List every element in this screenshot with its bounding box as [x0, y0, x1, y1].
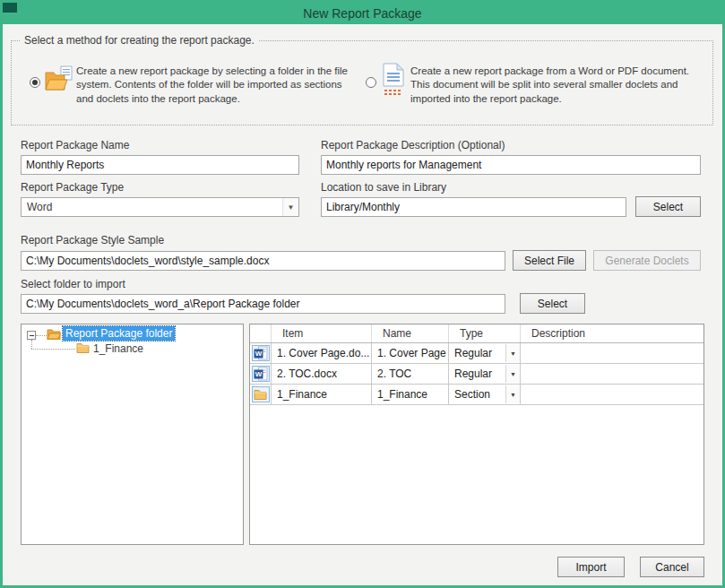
table-row[interactable]: W 1. Cover Page.do... 1. Cover Page Regu…	[250, 343, 703, 364]
name-cell: 1. Cover Page	[372, 343, 449, 363]
folder-import-icon	[44, 64, 74, 99]
type-value: Regular	[454, 347, 492, 359]
radio-document-method[interactable]	[366, 77, 376, 88]
report-package-name-label: Report Package Name	[21, 139, 129, 151]
tree-connector	[36, 335, 47, 336]
location-label: Location to save in Library	[321, 181, 446, 194]
description-cell	[521, 364, 703, 384]
window-title: New Report Package	[303, 6, 421, 21]
tree-connector	[31, 349, 75, 350]
item-cell: 1_Finance	[272, 385, 372, 404]
location-input[interactable]	[321, 197, 626, 217]
column-header-description: Description	[521, 324, 703, 342]
type-dropdown[interactable]: Regular ▼	[449, 364, 521, 384]
tree-collapse-toggle[interactable]	[27, 331, 36, 340]
generate-doclets-button: Generate Doclets	[593, 250, 701, 271]
folder-icon	[76, 342, 90, 356]
title-bar: New Report Package	[3, 3, 722, 24]
chevron-down-icon: ▼	[282, 198, 298, 216]
tree-item-report-package-folder[interactable]: Report Package folder	[63, 326, 175, 341]
item-cell: 2. TOC.docx	[272, 364, 372, 384]
window-system-icon	[0, 0, 17, 13]
style-sample-label: Report Package Style Sample	[21, 234, 164, 246]
import-folder-input[interactable]	[21, 294, 505, 314]
name-cell: 1_Finance	[372, 385, 449, 404]
select-file-button[interactable]: Select File	[513, 250, 586, 271]
document-method-description: Create a new report package from a Word …	[410, 65, 711, 106]
import-button[interactable]: Import	[557, 557, 625, 577]
doclets-table: Item Name Type Description W	[249, 324, 704, 545]
tree-connector	[31, 340, 32, 349]
svg-text:W: W	[255, 350, 262, 358]
tree-item-1-finance[interactable]: 1_Finance	[91, 342, 146, 356]
report-package-description-input[interactable]	[321, 155, 701, 175]
svg-text:W: W	[255, 370, 262, 378]
method-group-legend: Select a method for creating the report …	[21, 34, 258, 47]
import-folder-label: Select folder to import	[21, 278, 125, 290]
import-folder-select-button[interactable]: Select	[520, 293, 585, 314]
chevron-down-icon: ▼	[505, 365, 520, 383]
item-cell: 1. Cover Page.do...	[272, 343, 372, 363]
folder-method-description: Create a new report package by selecting…	[76, 65, 350, 106]
word-doc-icon: W	[252, 366, 270, 382]
description-cell	[521, 343, 703, 363]
chevron-down-icon: ▼	[505, 344, 520, 362]
column-header-name: Name	[372, 324, 449, 342]
type-value: Section	[454, 388, 490, 401]
folder-tree-panel: Report Package folder 1_Finance	[21, 324, 244, 545]
cancel-button[interactable]: Cancel	[640, 557, 704, 577]
location-select-button[interactable]: Select	[635, 196, 701, 217]
column-header-type: Type	[449, 324, 521, 342]
chevron-down-icon: ▼	[505, 385, 520, 403]
column-header-item: Item	[272, 324, 372, 342]
word-doc-icon: W	[252, 345, 270, 361]
report-package-type-value: Word	[27, 201, 52, 213]
table-row[interactable]: W 2. TOC.docx 2. TOC Regular ▼	[250, 364, 703, 385]
name-cell: 2. TOC	[372, 364, 449, 384]
item-icon-cell: W	[250, 343, 272, 363]
item-icon-cell	[250, 385, 272, 404]
table-header-row: Item Name Type Description	[250, 324, 703, 343]
open-folder-icon	[47, 328, 61, 342]
type-value: Regular	[454, 368, 492, 380]
report-package-type-label: Report Package Type	[21, 181, 124, 194]
report-package-name-input[interactable]	[21, 155, 299, 175]
description-cell	[521, 385, 703, 404]
item-icon-cell: W	[250, 364, 272, 384]
new-report-package-dialog: New Report Package Select a method for c…	[0, 0, 725, 588]
dialog-body: Select a method for creating the report …	[3, 24, 722, 585]
report-package-type-dropdown[interactable]: Word ▼	[21, 197, 299, 217]
column-header-icon	[250, 324, 272, 342]
folder-icon	[252, 386, 270, 402]
type-dropdown[interactable]: Regular ▼	[449, 343, 521, 363]
radio-folder-method[interactable]	[30, 77, 40, 88]
document-split-icon	[381, 63, 406, 99]
type-dropdown[interactable]: Section ▼	[449, 385, 521, 404]
report-package-description-label: Report Package Description (Optional)	[321, 139, 505, 151]
table-row[interactable]: 1_Finance 1_Finance Section ▼	[250, 385, 703, 405]
style-sample-input[interactable]	[21, 251, 505, 271]
